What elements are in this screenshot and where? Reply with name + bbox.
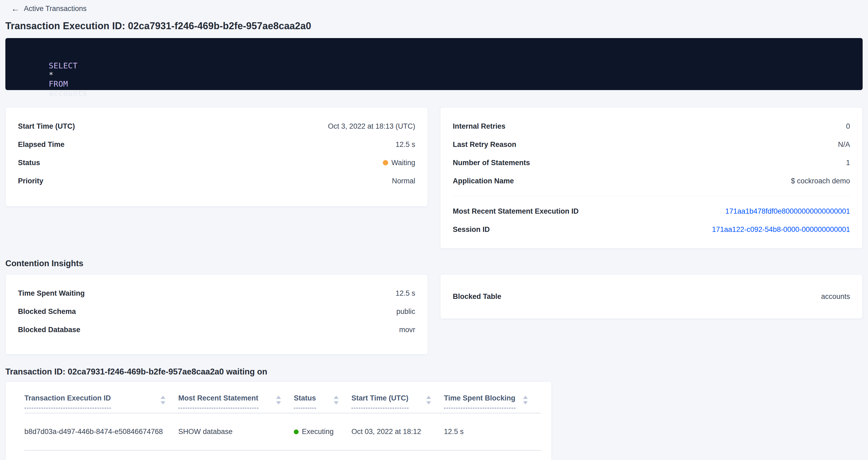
info-row-start-time: Start Time (UTC) Oct 3, 2022 at 18:13 (U… xyxy=(18,117,415,135)
info-row-application-name: Application Name $ cockroach demo xyxy=(453,172,850,190)
sql-table-name: accounts xyxy=(49,88,87,98)
info-value: Oct 3, 2022 at 18:13 (UTC) xyxy=(328,122,415,130)
sql-keyword-select: SELECT xyxy=(49,61,78,70)
info-label: Blocked Schema xyxy=(18,307,76,316)
execution-summary-card: Start Time (UTC) Oct 3, 2022 at 18:13 (U… xyxy=(5,107,428,206)
table-row: b8d7d03a-d497-446b-8474-e50846674768 SHO… xyxy=(24,413,541,451)
info-value: public xyxy=(396,307,415,316)
info-label: Number of Statements xyxy=(453,159,530,167)
sort-icon[interactable] xyxy=(161,396,165,404)
sql-statement: SELECT * FROM accounts xyxy=(20,52,848,107)
column-header-most-recent-statement[interactable]: Most Recent Statement xyxy=(178,394,294,408)
contention-details-card: Time Spent Waiting 12.5 s Blocked Schema… xyxy=(5,274,428,355)
info-label: Application Name xyxy=(453,177,514,185)
breadcrumb-back-link[interactable]: ← Active Transactions xyxy=(5,4,87,13)
breadcrumb-label: Active Transactions xyxy=(24,5,87,13)
info-label: Elapsed Time xyxy=(18,141,65,149)
status-badge: Waiting xyxy=(383,159,415,167)
info-row-internal-retries: Internal Retries 0 xyxy=(453,117,850,135)
info-label: Status xyxy=(18,159,40,167)
status-text: Executing xyxy=(302,428,334,436)
info-row-elapsed-time: Elapsed Time 12.5 s xyxy=(18,135,415,154)
sql-keyword-from: FROM xyxy=(49,79,68,88)
info-value: N/A xyxy=(838,141,850,149)
info-row-status: Status Waiting xyxy=(18,154,415,172)
session-id-link[interactable]: 171aa122-c092-54b8-0000-000000000001 xyxy=(712,225,850,234)
info-label: Blocked Table xyxy=(453,293,501,301)
blocked-table-card: Blocked Table accounts xyxy=(440,274,863,319)
info-label: Blocked Database xyxy=(18,326,81,334)
status-waiting-dot-icon xyxy=(383,160,388,165)
column-header-start-time[interactable]: Start Time (UTC) xyxy=(351,394,444,408)
info-label: Priority xyxy=(18,177,43,185)
info-row-number-of-statements: Number of Statements 1 xyxy=(453,154,850,172)
info-value: accounts xyxy=(821,293,850,301)
execution-stats-card: Internal Retries 0 Last Retry Reason N/A… xyxy=(440,107,863,248)
info-label: Internal Retries xyxy=(453,122,505,130)
info-row-last-retry-reason: Last Retry Reason N/A xyxy=(453,135,850,154)
transaction-details-page: ← Active Transactions Transaction Execut… xyxy=(0,0,868,460)
info-label: Most Recent Statement Execution ID xyxy=(453,207,579,216)
cell-start-time: Oct 03, 2022 at 18:12 xyxy=(351,428,444,436)
info-row-priority: Priority Normal xyxy=(18,172,415,190)
info-value: Normal xyxy=(392,177,415,185)
info-label: Last Retry Reason xyxy=(453,141,516,149)
table-header-row: Transaction Execution ID Most Recent Sta… xyxy=(24,382,541,413)
cell-most-recent-statement: SHOW database xyxy=(178,428,294,436)
sql-statement-box: SELECT * FROM accounts xyxy=(5,38,863,90)
info-value: $ cockroach demo xyxy=(791,177,850,185)
sort-icon[interactable] xyxy=(334,396,339,404)
waiting-on-heading: Transaction ID: 02ca7931-f246-469b-b2fe-… xyxy=(5,367,863,377)
execution-details-row: Start Time (UTC) Oct 3, 2022 at 18:13 (U… xyxy=(5,107,863,248)
contention-insights-heading: Contention Insights xyxy=(5,259,863,268)
column-header-label: Time Spent Blocking xyxy=(444,394,516,408)
info-value: 12.5 s xyxy=(395,289,415,298)
status-text: Waiting xyxy=(392,159,415,167)
info-row-statement-execution-id: Most Recent Statement Execution ID 171aa… xyxy=(453,202,850,220)
column-header-time-spent-blocking[interactable]: Time Spent Blocking xyxy=(444,394,541,408)
back-arrow-icon: ← xyxy=(11,5,20,13)
sort-icon[interactable] xyxy=(276,396,281,404)
info-value: 1 xyxy=(846,159,850,167)
info-row-time-spent-waiting: Time Spent Waiting 12.5 s xyxy=(18,284,415,302)
cell-transaction-execution-id: b8d7d03a-d497-446b-8474-e50846674768 xyxy=(24,428,178,436)
column-header-transaction-execution-id[interactable]: Transaction Execution ID xyxy=(24,394,178,408)
card-divider xyxy=(453,196,850,196)
statement-execution-id-link[interactable]: 171aa1b478fdf0e80000000000000001 xyxy=(725,207,850,216)
status-executing-dot-icon xyxy=(294,429,299,434)
info-label: Time Spent Waiting xyxy=(18,289,85,298)
info-row-blocked-schema: Blocked Schema public xyxy=(18,302,415,320)
column-header-status[interactable]: Status xyxy=(294,394,351,408)
info-label: Start Time (UTC) xyxy=(18,122,75,130)
cell-time-spent-blocking: 12.5 s xyxy=(444,428,541,436)
sql-star: * xyxy=(49,70,54,79)
column-header-label: Start Time (UTC) xyxy=(351,394,408,408)
page-title: Transaction Execution ID: 02ca7931-f246-… xyxy=(5,20,863,32)
info-label: Session ID xyxy=(453,225,490,234)
cell-status: Executing xyxy=(294,428,351,436)
info-value: movr xyxy=(399,326,415,334)
info-row-blocked-database: Blocked Database movr xyxy=(18,320,415,339)
column-header-label: Most Recent Statement xyxy=(178,394,258,408)
column-header-label: Status xyxy=(294,394,316,408)
info-row-blocked-table: Blocked Table accounts xyxy=(453,287,850,306)
sort-icon[interactable] xyxy=(523,396,528,404)
contention-insights-row: Time Spent Waiting 12.5 s Blocked Schema… xyxy=(5,274,863,355)
sort-icon[interactable] xyxy=(426,396,431,404)
waiting-on-table: Transaction Execution ID Most Recent Sta… xyxy=(5,381,552,460)
info-value: 12.5 s xyxy=(395,141,415,149)
column-header-label: Transaction Execution ID xyxy=(24,394,111,408)
info-row-session-id: Session ID 171aa122-c092-54b8-0000-00000… xyxy=(453,220,850,239)
info-value: 0 xyxy=(846,122,850,130)
